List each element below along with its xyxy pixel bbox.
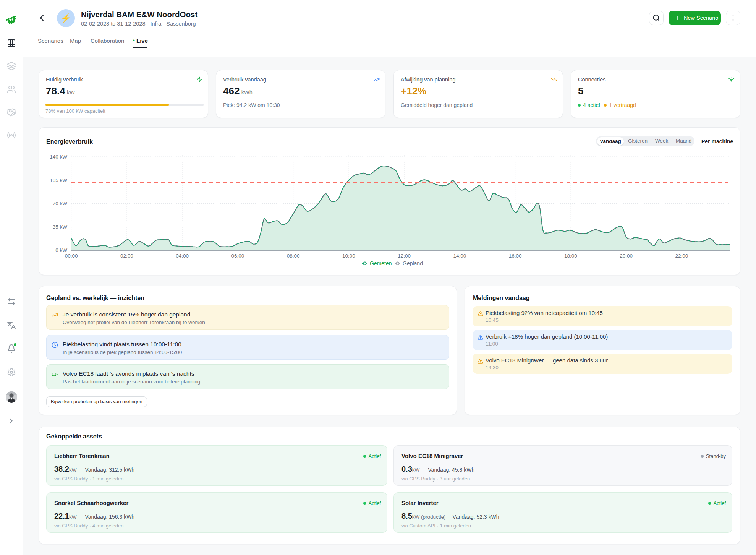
- svg-text:10:00: 10:00: [342, 253, 355, 259]
- svg-text:18:00: 18:00: [564, 253, 577, 259]
- svg-text:16:00: 16:00: [509, 253, 522, 259]
- svg-text:04:00: 04:00: [176, 253, 189, 259]
- svg-text:02:00: 02:00: [120, 253, 133, 259]
- svg-text:35 kW: 35 kW: [53, 224, 68, 230]
- svg-text:14:00: 14:00: [453, 253, 466, 259]
- svg-text:22:00: 22:00: [675, 253, 688, 259]
- svg-text:0 kW: 0 kW: [55, 247, 67, 253]
- svg-text:105 kW: 105 kW: [50, 177, 67, 183]
- svg-text:20:00: 20:00: [620, 253, 633, 259]
- svg-text:70 kW: 70 kW: [53, 201, 68, 206]
- svg-text:140 kW: 140 kW: [50, 154, 67, 160]
- svg-text:Gemeten: Gemeten: [370, 260, 392, 266]
- svg-text:00:00: 00:00: [65, 253, 78, 259]
- svg-text:08:00: 08:00: [287, 253, 300, 259]
- svg-text:Gepland: Gepland: [403, 260, 423, 266]
- svg-text:06:00: 06:00: [231, 253, 244, 259]
- svg-text:12:00: 12:00: [398, 253, 411, 259]
